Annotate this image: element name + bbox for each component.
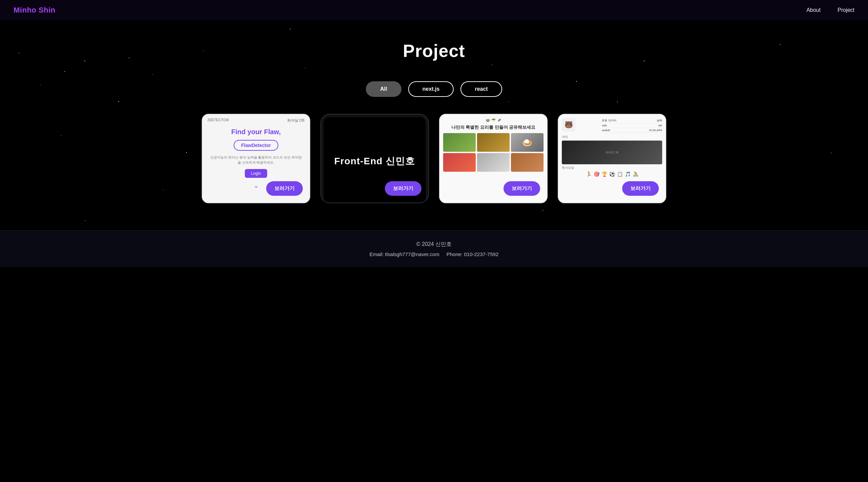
flaw-title-line1: Find your Flaw, [231,128,281,136]
community-table: 운동 모아라 날짜 sdfs dfrt asdkdf 20,50,ARS [602,118,662,133]
community-section-label-2: 독서모임 [562,166,662,170]
recipe-food-1 [443,133,476,152]
community-icons: 🏃 🎯 🏆 ⚽ 📋 🎵 🚴 [562,171,662,177]
flaw-login-btn[interactable]: Login [245,169,267,178]
frontend-view-btn[interactable]: 보러가기 [385,181,421,196]
filter-nextjs[interactable]: next.js [408,81,454,97]
icon-trophy: ⚽ [609,171,615,177]
nav-link-project[interactable]: Project [837,7,854,13]
recipe-title: 나만의 특별한 요리를 만들어 공유해보세요 [443,124,544,130]
footer-email: tlsalsgh777@naver.com [385,251,439,257]
community-table-row-1: sdfs dfrt [602,123,662,128]
flaw-description: 인공지능의 뛰어난 분석 능력을 활용하여 코드의 보안 취약점을 신속하게 해… [209,155,303,165]
project-card-frontend[interactable]: Front-End 신민호 보러가기 [320,114,429,203]
project-card-recipe[interactable]: 🍲 🥗 🌶 나만의 특별한 요리를 만들어 공유해보세요 🍛 보러가기 [439,114,548,203]
filter-section: All next.js react [0,71,868,114]
community-view-btn[interactable]: 보러가기 [622,181,659,196]
flaw-view-btn[interactable]: 보러가기 [266,181,303,196]
page-title: Project [0,41,868,61]
recipe-view-btn[interactable]: 보러가기 [504,181,540,196]
footer-copyright: © 2024 신민호 [0,241,868,248]
frontend-title: Front-End 신민호 [328,148,422,174]
community-top-section: 🐻 운동 모아라 날짜 sdfs dfrt asdkdf [562,118,662,133]
footer: © 2024 신민호 Email: tlsalsgh777@naver.com … [0,230,868,267]
project-card-community[interactable]: 🐻 운동 모아라 날짜 sdfs dfrt asdkdf [558,114,666,203]
flaw-chevron-icon: ⌄ [254,182,259,189]
filter-react[interactable]: react [460,81,502,97]
nav-links: About Project [806,7,854,13]
projects-grid: /DETECTOR 화여달 DB Find your Flaw, FlawDet… [180,114,688,230]
page-title-section: Project [0,27,868,71]
flaw-header-left: /DETECTOR [208,118,229,123]
recipe-food-3: 🍛 [511,133,544,152]
flaw-badge: FlawDetector [234,140,278,151]
icon-sport: 🎯 [594,171,599,177]
icon-medal: 🏆 [601,171,607,177]
community-avatar: 🐻 [562,118,575,131]
icon-run: 🏃 [586,171,592,177]
footer-email-label: Email: [370,251,384,257]
recipe-food-4 [443,153,476,172]
icon-bike: 🚴 [633,171,638,177]
footer-phone: 010-2237-7592 [464,251,498,257]
footer-phone-label: Phone: [447,251,463,257]
recipe-food-5 [477,153,510,172]
footer-contact: Email: tlsalsgh777@naver.com Phone: 010-… [0,251,868,257]
nav-link-about[interactable]: About [806,7,821,13]
icon-music: 🎵 [625,171,631,177]
community-image-1: 아이디 계 [562,141,662,164]
navbar: Minho Shin About Project [0,0,868,20]
main-content: Project All next.js react /DETECTOR 화여달 … [0,0,868,230]
filter-all[interactable]: All [366,81,401,97]
recipe-image-grid: 🍛 [443,133,544,172]
community-table-row-2: asdkdf 20,50,ARS [602,128,662,133]
recipe-food-2 [477,133,510,152]
recipe-header: 🍲 🥗 🌶 [443,118,544,122]
flaw-header-right: 화여달 DB [287,118,304,123]
recipe-food-3-text: 🍛 [522,138,532,147]
project-card-flaw-detector[interactable]: /DETECTOR 화여달 DB Find your Flaw, FlawDet… [202,114,310,203]
flaw-header: /DETECTOR 화여달 DB [208,118,304,123]
community-table-header: 운동 모아라 날짜 [602,118,662,123]
nav-item-project[interactable]: Project [837,7,854,13]
recipe-food-6 [511,153,544,172]
icon-book: 📋 [617,171,623,177]
nav-item-about[interactable]: About [806,7,821,13]
nav-brand: Minho Shin [14,6,56,15]
community-section-label: 개인 [562,135,662,139]
